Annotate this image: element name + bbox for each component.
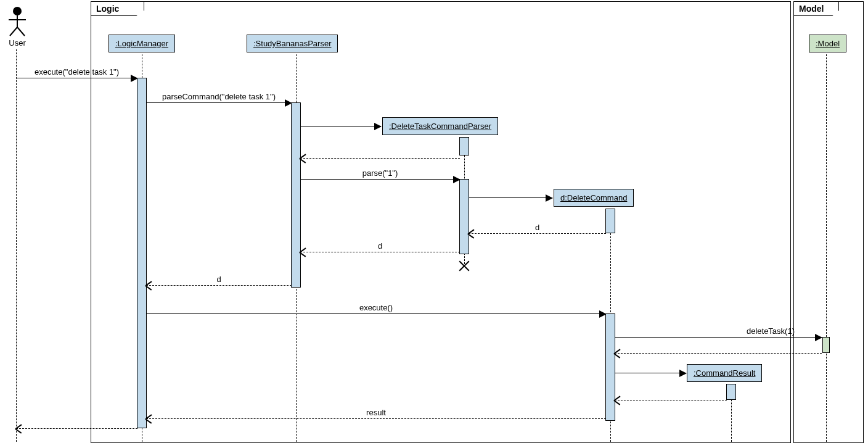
msg-ret-d2-label: d <box>375 241 385 251</box>
msg-ret-model <box>615 353 822 354</box>
svg-point-0 <box>13 7 22 15</box>
obj-model: :Model <box>809 35 846 52</box>
obj-model-label: :Model <box>816 39 840 48</box>
msg-ret-d3: d <box>146 285 292 286</box>
obj-logic-manager-label: :LogicManager <box>115 39 168 48</box>
act-parser <box>291 102 301 288</box>
obj-cmdresult: :CommandResult <box>687 364 762 382</box>
msg-ret-d1-label: d <box>533 223 542 232</box>
msg-create-dtcparser <box>300 126 381 127</box>
obj-parser: :StudyBananasParser <box>247 35 338 52</box>
obj-parser-label: :StudyBananasParser <box>253 39 331 48</box>
obj-cmdresult-label: :CommandResult <box>694 368 755 378</box>
msg-ret-user <box>16 428 137 429</box>
msg-ret-d3-label: d <box>214 275 223 284</box>
obj-deletecmd-label: d:DeleteCommand <box>560 193 627 202</box>
msg-create-deletecmd <box>469 197 552 198</box>
msg-delete-task-label: deleteTask(1) <box>744 326 797 336</box>
obj-logic-manager: :LogicManager <box>108 35 175 52</box>
obj-deletecmd: d:DeleteCommand <box>554 189 634 207</box>
sequence-diagram: Logic Model User :LogicManager :StudyBan… <box>0 0 868 448</box>
msg-parse1-label: parse("1") <box>360 168 401 178</box>
actor-user-label: User <box>5 38 30 48</box>
msg-execute-empty: execute() <box>146 313 606 314</box>
msg-parse-command-label: parseCommand("delete task 1") <box>160 92 278 101</box>
act-dtcparser-create <box>459 137 469 156</box>
svg-line-3 <box>10 27 17 36</box>
msg-result: result <box>146 418 606 419</box>
destroy-dtcparser <box>457 259 471 272</box>
frame-logic-label: Logic <box>91 2 144 16</box>
msg-execute-empty-label: execute() <box>357 303 395 312</box>
msg-create-cmdresult <box>615 373 686 373</box>
msg-result-label: result <box>364 408 388 417</box>
msg-ret-cmdresult <box>615 400 727 400</box>
svg-line-4 <box>17 27 25 36</box>
msg-parse1: parse("1") <box>300 179 460 180</box>
act-deletecmd-create <box>605 209 615 233</box>
act-model-delete <box>822 337 830 353</box>
act-deletecmd-exec <box>605 313 615 421</box>
msg-ret-d2: d <box>300 252 460 252</box>
frame-model-label: Model <box>794 2 839 16</box>
obj-dtcparser-label: :DeleteTaskCommandParser <box>389 122 491 131</box>
msg-parse-command: parseCommand("delete task 1") <box>146 102 292 103</box>
msg-execute-label: execute("delete task 1") <box>32 67 121 77</box>
frame-model: Model <box>793 1 864 443</box>
msg-delete-task: deleteTask(1) <box>615 337 822 338</box>
act-logic-manager <box>137 78 147 428</box>
lifeline-user <box>16 49 17 442</box>
act-dtcparser-parse <box>459 179 469 254</box>
obj-dtcparser: :DeleteTaskCommandParser <box>382 117 498 135</box>
msg-ret-dtcparser-create <box>300 158 460 159</box>
msg-execute: execute("delete task 1") <box>16 78 137 78</box>
act-cmdresult-create <box>726 384 736 400</box>
actor-user: User <box>5 6 30 48</box>
msg-ret-d1: d <box>469 233 606 234</box>
lifeline-model <box>826 54 827 442</box>
